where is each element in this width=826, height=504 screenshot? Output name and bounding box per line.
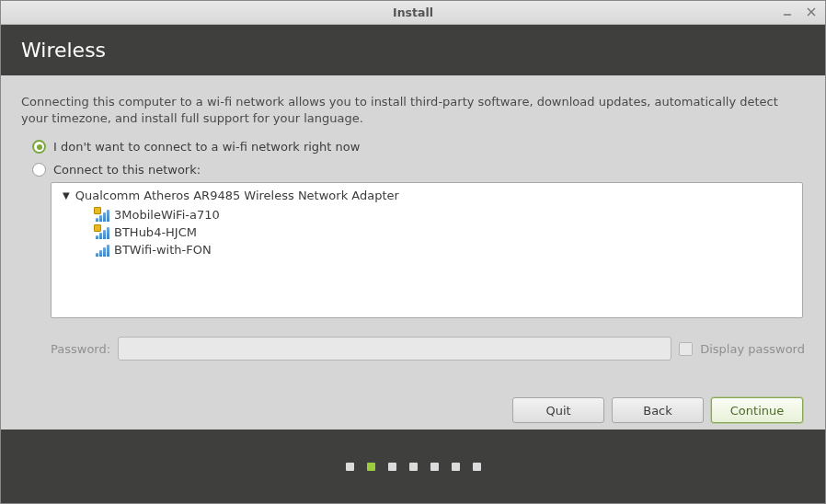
progress-footer <box>1 430 825 503</box>
tree-adapter-row[interactable]: ▼ Qualcomm Atheros AR9485 Wireless Netwo… <box>63 189 795 202</box>
intro-text: Connecting this computer to a wi-fi netw… <box>21 94 805 127</box>
minimize-button[interactable] <box>777 3 797 21</box>
wifi-open-icon <box>96 244 110 257</box>
close-button[interactable] <box>801 3 821 21</box>
radio-icon <box>32 140 46 154</box>
titlebar[interactable]: Install <box>1 1 825 25</box>
window-controls <box>777 3 821 21</box>
network-tree[interactable]: ▼ Qualcomm Atheros AR9485 Wireless Netwo… <box>51 182 803 318</box>
continue-button[interactable]: Continue <box>711 397 803 423</box>
radio-no-connect[interactable]: I don't want to connect to a wi-fi netwo… <box>32 140 805 154</box>
adapter-name: Qualcomm Atheros AR9485 Wireless Network… <box>75 189 399 202</box>
wifi-secured-icon <box>96 226 110 239</box>
progress-dot <box>367 463 375 471</box>
progress-dot <box>409 463 418 471</box>
network-item[interactable]: BTWifi-with-FON <box>96 241 795 258</box>
password-input[interactable] <box>118 337 671 361</box>
lock-icon <box>94 207 101 214</box>
lock-icon <box>94 224 101 232</box>
quit-button[interactable]: Quit <box>512 397 604 423</box>
progress-dot <box>346 463 354 471</box>
progress-dot <box>388 463 396 471</box>
page-header: Wireless <box>1 25 825 75</box>
display-password-checkbox[interactable] <box>679 342 693 356</box>
network-item[interactable]: 3MobileWiFi-a710 <box>96 206 795 223</box>
back-button[interactable]: Back <box>612 397 704 423</box>
content-area: Connecting this computer to a wi-fi netw… <box>1 75 825 430</box>
radio-connect-to-label: Connect to this network: <box>53 163 201 177</box>
network-name: 3MobileWiFi-a710 <box>114 208 220 222</box>
password-row: Password: Display password <box>51 337 805 361</box>
progress-dot <box>473 463 481 471</box>
password-label: Password: <box>51 342 110 356</box>
page-title: Wireless <box>21 39 106 62</box>
button-row: Quit Back Continue <box>21 397 805 423</box>
radio-connect-to[interactable]: Connect to this network: <box>32 163 805 177</box>
display-password-label: Display password <box>700 342 805 356</box>
radio-no-connect-label: I don't want to connect to a wi-fi netwo… <box>53 140 360 154</box>
progress-dot <box>452 463 460 471</box>
expand-arrow-icon[interactable]: ▼ <box>63 190 70 200</box>
wifi-secured-icon <box>96 209 110 222</box>
window-title: Install <box>393 6 433 19</box>
progress-dot <box>430 463 439 471</box>
network-name: BTHub4-HJCM <box>114 225 197 239</box>
network-item[interactable]: BTHub4-HJCM <box>96 223 795 241</box>
radio-icon <box>32 163 46 177</box>
network-name: BTWifi-with-FON <box>114 243 212 257</box>
